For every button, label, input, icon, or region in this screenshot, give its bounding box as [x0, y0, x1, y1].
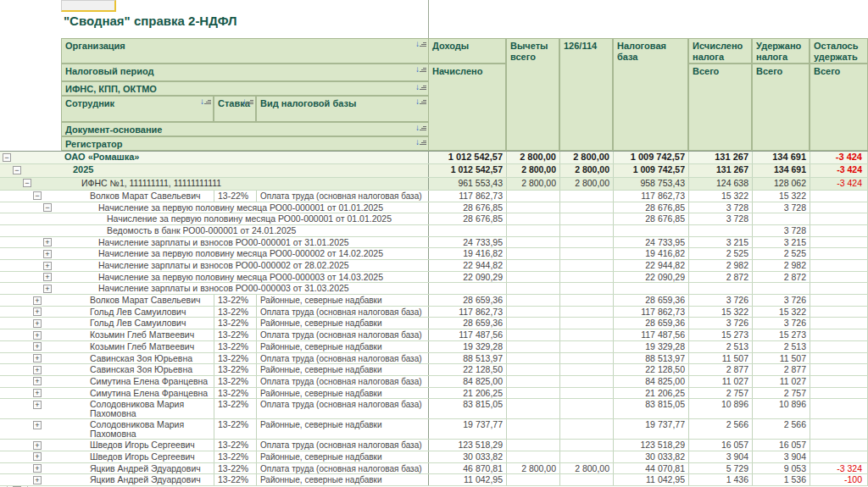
value-cell — [559, 213, 613, 224]
value-cell: 2 525 — [752, 248, 810, 259]
header-income-accrued[interactable]: Начислено — [428, 64, 506, 151]
value-cell — [810, 318, 868, 329]
value-cell: 131 267 — [688, 164, 752, 176]
value-cell: 2 982 — [752, 260, 810, 271]
expand-icon[interactable]: + — [33, 401, 42, 409]
value-cell — [810, 419, 868, 439]
value-cell: 2 513 — [688, 341, 752, 352]
table-row: +Яцкив Андрей Эдуардович13-22%Оплата тру… — [0, 463, 868, 475]
expand-icon[interactable]: + — [33, 377, 42, 385]
cell-cursor[interactable] — [61, 0, 116, 12]
employee-name: Солодовникова Мария Пахомовна — [61, 419, 214, 439]
sort-icon[interactable]: ↓ — [415, 42, 426, 49]
expand-icon[interactable]: + — [33, 452, 42, 461]
value-cell: 22 944,82 — [613, 260, 688, 271]
expand-icon[interactable]: + — [43, 262, 52, 270]
value-cell — [506, 307, 559, 318]
collapse-icon[interactable]: − — [13, 166, 21, 174]
header-tax-base-kind[interactable]: Вид налоговой базы ↓ — [256, 96, 429, 122]
sort-icon[interactable]: ↓ — [415, 125, 426, 133]
value-cell: 88 513,97 — [428, 353, 506, 364]
value-cell — [752, 283, 810, 294]
header-tax-base[interactable]: Налоговая база — [613, 38, 688, 151]
value-cell: 2 800,00 — [559, 152, 613, 163]
collapse-icon[interactable]: − — [23, 179, 31, 187]
header-registrar[interactable]: Регистратор ↓ — [61, 136, 429, 151]
expand-icon[interactable]: + — [43, 285, 52, 293]
value-cell — [810, 341, 868, 352]
expand-icon[interactable]: + — [33, 464, 42, 473]
header-deductions[interactable]: Вычеты всего — [506, 38, 559, 151]
header-calculated-total[interactable]: Всего — [688, 64, 752, 151]
expand-icon[interactable]: + — [43, 273, 52, 281]
report-title: "Сводная" справка 2-НДФЛ — [64, 14, 236, 28]
header-base-document[interactable]: Документ-основание ↓ — [61, 122, 429, 136]
collapse-icon[interactable]: − — [3, 153, 11, 162]
expand-icon[interactable]: + — [33, 319, 42, 328]
header-rate[interactable]: Ставка ↓ — [214, 96, 256, 122]
value-cell: 21 206,25 — [613, 388, 688, 399]
expand-icon[interactable]: + — [33, 389, 42, 397]
sort-icon[interactable]: ↓ — [242, 99, 253, 107]
expand-icon[interactable]: + — [33, 441, 42, 450]
value-cell — [506, 248, 559, 259]
value-cell: 19 329,28 — [613, 341, 688, 352]
employee-name: Солодовникова Мария Пахомовна — [61, 399, 214, 418]
value-cell: 2 757 — [752, 388, 810, 399]
value-cell: 131 267 — [688, 152, 752, 163]
collapse-icon[interactable]: − — [43, 203, 52, 212]
tax-rate: 13-22% — [214, 419, 256, 439]
value-cell: 24 733,95 — [428, 237, 506, 248]
collapse-icon[interactable]: − — [33, 191, 42, 200]
expand-icon[interactable]: + — [33, 307, 42, 316]
value-cell — [506, 440, 559, 451]
header-withheld-total[interactable]: Всего — [752, 64, 810, 151]
sort-icon[interactable]: ↓ — [415, 140, 426, 147]
value-cell: 28 676,85 — [613, 202, 688, 213]
value-cell — [559, 237, 613, 248]
expand-icon[interactable]: + — [33, 331, 42, 340]
expand-icon[interactable]: + — [33, 421, 42, 429]
header-income[interactable]: Доходы — [428, 38, 506, 64]
employee-name: Гольд Лев Самуилович — [61, 307, 214, 318]
tax-rate: 13-22% — [214, 388, 256, 399]
group-name: 2025 — [61, 164, 428, 176]
header-calculated-tax[interactable]: Исчислено налога — [688, 38, 752, 64]
header-deduction-code[interactable]: 126/114 — [559, 38, 613, 151]
value-cell — [428, 225, 506, 236]
header-organization[interactable]: Организация ↓ — [61, 38, 429, 64]
value-cell — [752, 213, 810, 224]
expand-icon[interactable]: + — [33, 342, 42, 351]
expand-icon[interactable]: + — [43, 238, 52, 246]
table-row: Начисление за первую половину месяца РО0… — [0, 213, 868, 225]
value-cell: 22 944,82 — [428, 260, 506, 271]
expand-icon[interactable]: + — [33, 354, 42, 362]
value-cell: 28 659,36 — [613, 295, 688, 306]
header-employee[interactable]: Сотрудник ↓ — [61, 96, 214, 122]
sort-icon[interactable]: ↓ — [415, 85, 426, 92]
tax-rate: 13-22% — [214, 399, 256, 418]
header-withheld-tax[interactable]: Удержано налога — [752, 38, 810, 64]
value-cell — [613, 225, 688, 236]
expand-icon[interactable]: + — [43, 250, 52, 258]
employee-name: Гольд Лев Самуилович — [61, 318, 214, 329]
expand-icon[interactable]: + — [33, 366, 42, 374]
value-cell — [559, 440, 613, 451]
value-cell — [810, 329, 868, 340]
value-cell: 21 206,25 — [428, 388, 506, 399]
header-tax-period[interactable]: Налоговый период ↓ — [61, 64, 429, 81]
header-remaining[interactable]: Осталось удержать — [810, 38, 868, 64]
value-cell — [810, 225, 868, 236]
expand-icon[interactable]: + — [33, 296, 42, 305]
sort-icon[interactable]: ↓ — [415, 67, 426, 75]
expand-icon[interactable]: + — [33, 476, 42, 484]
header-remaining-total[interactable]: Всего — [810, 64, 868, 151]
value-cell — [688, 225, 752, 236]
sort-icon[interactable]: ↓ — [200, 99, 211, 107]
value-cell — [506, 283, 559, 294]
sort-icon[interactable]: ↓ — [415, 99, 426, 107]
employee-name: Савинская Зоя Юрьевна — [61, 364, 214, 375]
value-cell: 10 896 — [752, 399, 810, 418]
header-ifns[interactable]: ИФНС, КПП, ОКТМО ↓ — [61, 81, 429, 96]
document-name: Начисление зарплаты и взносов РО00-00000… — [61, 260, 428, 271]
